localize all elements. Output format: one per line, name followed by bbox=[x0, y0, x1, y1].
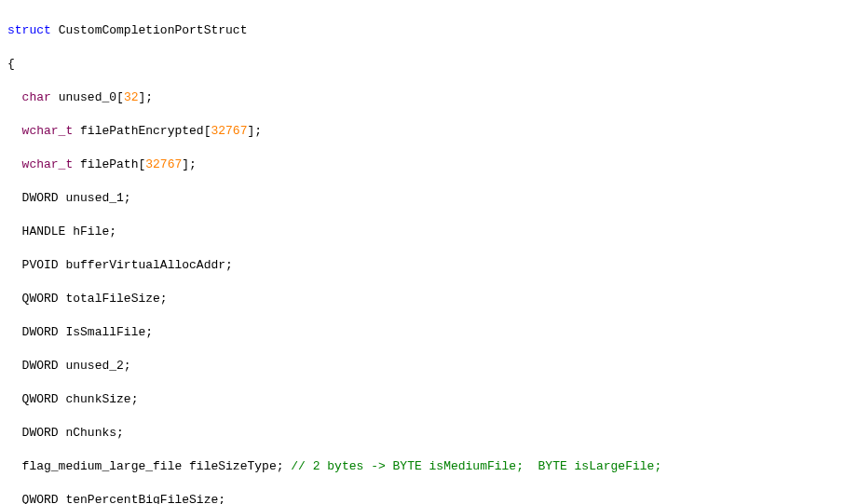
code-line-member-hFile: HANDLE hFile; bbox=[7, 224, 837, 240]
code-line-brace-open: { bbox=[7, 56, 837, 73]
code-line-member-filePath: wchar_t filePath[32767]; bbox=[7, 157, 837, 173]
code-line-member-nChunks: DWORD nChunks; bbox=[7, 425, 837, 442]
code-line-struct-open: struct CustomCompletionPortStruct bbox=[7, 22, 837, 39]
code-line-member-chunkSize: QWORD chunkSize; bbox=[7, 391, 837, 408]
keyword-struct: struct bbox=[7, 23, 51, 37]
code-line-member-filePathEncrypted: wchar_t filePathEncrypted[32767]; bbox=[7, 123, 837, 140]
struct-definition-code: struct CustomCompletionPortStruct { char… bbox=[0, 0, 844, 504]
code-line-member-IsSmallFile: DWORD IsSmallFile; bbox=[7, 324, 837, 341]
code-line-member-unused_2: DWORD unused_2; bbox=[7, 358, 837, 375]
code-line-member-unused_0: char unused_0[32]; bbox=[7, 89, 837, 106]
code-line-member-totalFileSize: QWORD totalFileSize; bbox=[7, 291, 837, 307]
code-line-member-bufferVirtualAllocAddr: PVOID bufferVirtualAllocAddr; bbox=[7, 257, 837, 274]
comment: // 2 bytes -> BYTE isMediumFile; BYTE is… bbox=[291, 459, 661, 473]
struct-name: CustomCompletionPortStruct bbox=[59, 23, 248, 37]
code-line-member-unused_1: DWORD unused_1; bbox=[7, 190, 837, 207]
code-line-member-tenPercentBigFileSize: QWORD tenPercentBigFileSize; bbox=[7, 492, 837, 504]
code-line-member-fileSizeType: flag_medium_large_file fileSizeType; // … bbox=[7, 458, 837, 475]
